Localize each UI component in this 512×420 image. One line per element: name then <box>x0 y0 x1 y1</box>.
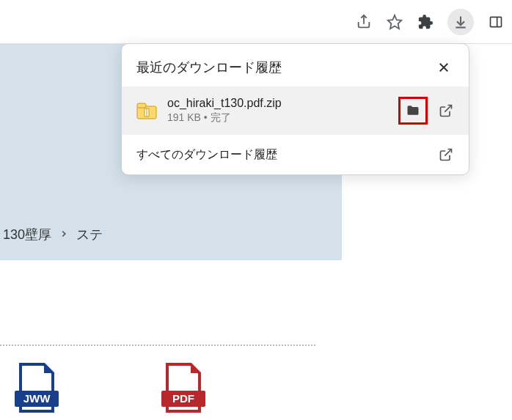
svg-marker-1 <box>388 15 401 28</box>
download-info: oc_hiraki_t130.pdf.zip 191 KB • 完了 <box>167 97 388 125</box>
file-icon-row: JWW PDF <box>15 363 205 414</box>
jww-file-icon[interactable]: JWW <box>15 363 59 414</box>
download-status: 191 KB • 完了 <box>167 111 388 125</box>
all-downloads-link[interactable]: すべてのダウンロード履歴 <box>122 135 469 174</box>
downloads-button[interactable] <box>447 9 474 35</box>
breadcrumb-item[interactable]: ステ <box>76 226 103 243</box>
show-in-folder-button[interactable] <box>398 97 428 125</box>
breadcrumb: 130壁厚 ステ <box>0 226 103 243</box>
svg-text:PDF: PDF <box>172 392 194 405</box>
extensions-icon[interactable] <box>417 13 434 31</box>
zip-file-icon <box>136 102 157 119</box>
share-icon[interactable] <box>355 13 373 31</box>
downloads-popup: 最近のダウンロード履歴 oc_hiraki_t130.pdf.zip 191 K… <box>121 43 469 175</box>
close-button[interactable] <box>434 57 454 78</box>
external-link-icon <box>439 147 453 162</box>
pdf-file-icon[interactable]: PDF <box>161 363 205 414</box>
browser-toolbar <box>0 0 512 44</box>
open-downloads-page-button[interactable] <box>438 147 454 163</box>
side-panel-icon[interactable] <box>487 13 505 31</box>
svg-text:JWW: JWW <box>23 392 51 405</box>
svg-line-17 <box>445 150 451 156</box>
chevron-right-icon <box>59 229 69 241</box>
open-external-button[interactable] <box>438 103 454 119</box>
svg-rect-13 <box>137 103 146 108</box>
popup-title: 最近のダウンロード履歴 <box>136 59 282 76</box>
breadcrumb-item[interactable]: 130壁厚 <box>3 226 51 243</box>
star-icon[interactable] <box>386 13 403 31</box>
popup-header: 最近のダウンロード履歴 <box>122 44 469 86</box>
download-actions <box>398 97 454 125</box>
svg-line-16 <box>445 106 451 112</box>
popup-footer-label: すべてのダウンロード履歴 <box>136 147 277 163</box>
svg-rect-4 <box>491 17 502 26</box>
external-link-icon <box>439 103 453 118</box>
folder-icon <box>405 103 421 118</box>
download-item[interactable]: oc_hiraki_t130.pdf.zip 191 KB • 完了 <box>122 86 469 135</box>
close-icon <box>437 61 450 74</box>
divider <box>0 345 315 346</box>
download-filename: oc_hiraki_t130.pdf.zip <box>167 97 388 110</box>
